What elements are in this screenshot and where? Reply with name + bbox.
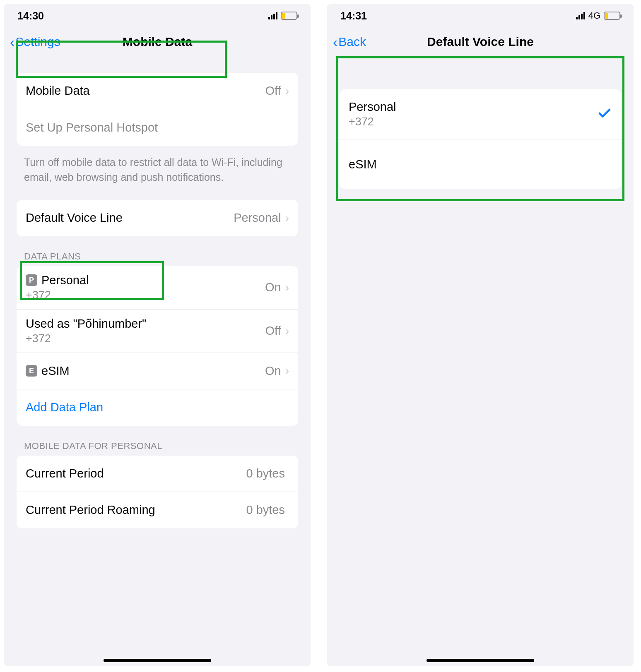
row-subtitle: +372 — [26, 289, 265, 302]
network-label: 4G — [588, 10, 600, 21]
row-personal-hotspot[interactable]: Set Up Personal Hotspot — [17, 109, 298, 146]
screenshot-default-voice-line: 14:31 4G ‹ Back Default Voice Line Perso… — [327, 4, 634, 666]
option-personal[interactable]: Personal +372 — [340, 89, 621, 139]
back-button[interactable]: ‹ Settings — [7, 33, 63, 50]
group-footer: Turn off mobile data to restrict all dat… — [4, 149, 311, 185]
chevron-right-icon: › — [285, 212, 289, 224]
option-label: Personal — [349, 100, 597, 114]
row-value: Personal — [234, 211, 281, 225]
row-plan-personal[interactable]: P Personal +372 On › — [17, 266, 298, 310]
group-default-voice-line: Default Voice Line Personal › — [17, 200, 298, 236]
group-voice-line-options: Personal +372 eSIM — [340, 89, 621, 189]
home-indicator — [427, 659, 534, 662]
back-label: Back — [338, 35, 366, 49]
row-current-period-roaming[interactable]: Current Period Roaming 0 bytes — [17, 492, 298, 528]
signal-icon — [576, 12, 585, 19]
option-esim[interactable]: eSIM — [340, 139, 621, 189]
option-subtitle: +372 — [349, 115, 597, 128]
row-label: Mobile Data — [26, 84, 265, 98]
row-label: eSIM — [41, 364, 70, 378]
status-time: 14:31 — [340, 10, 367, 22]
row-label: Add Data Plan — [26, 401, 289, 414]
row-subtitle: +372 — [26, 332, 265, 345]
home-indicator — [104, 659, 211, 662]
section-header-data-plans: DATA PLANS — [4, 251, 311, 266]
row-label: Default Voice Line — [26, 211, 234, 225]
status-bar: 14:31 4G — [327, 4, 634, 27]
chevron-right-icon: › — [285, 365, 289, 377]
back-label: Settings — [15, 35, 60, 49]
row-label: Set Up Personal Hotspot — [26, 121, 289, 134]
group-usage: Current Period 0 bytes Current Period Ro… — [17, 456, 298, 528]
status-bar: 14:30 — [4, 4, 311, 27]
battery-icon — [604, 12, 620, 20]
nav-bar: ‹ Back Default Voice Line — [327, 27, 634, 56]
row-label: Personal — [41, 274, 89, 287]
chevron-right-icon: › — [285, 85, 289, 97]
row-add-data-plan[interactable]: Add Data Plan — [17, 389, 298, 426]
chevron-left-icon: ‹ — [333, 35, 337, 49]
group-data-plans: P Personal +372 On › Used as "Põhinumber… — [17, 266, 298, 426]
option-label: eSIM — [349, 158, 612, 171]
sim-badge-icon: E — [26, 365, 37, 377]
row-value: On — [265, 281, 281, 294]
row-plan-esim[interactable]: E eSIM On › — [17, 353, 298, 389]
row-value: On — [265, 364, 281, 378]
group-mobile-data: Mobile Data Off › Set Up Personal Hotspo… — [17, 73, 298, 146]
row-plan-pohinumber[interactable]: Used as "Põhinumber" +372 Off › — [17, 310, 298, 353]
row-mobile-data[interactable]: Mobile Data Off › — [17, 73, 298, 109]
row-label: Used as "Põhinumber" — [26, 317, 265, 331]
row-default-voice-line[interactable]: Default Voice Line Personal › — [17, 200, 298, 236]
row-value: 0 bytes — [246, 467, 285, 480]
page-title: Default Voice Line — [327, 35, 634, 49]
row-value: 0 bytes — [246, 503, 285, 517]
sim-badge-icon: P — [26, 274, 37, 286]
row-value: Off — [265, 84, 281, 98]
row-current-period[interactable]: Current Period 0 bytes — [17, 456, 298, 492]
chevron-right-icon: › — [285, 325, 289, 337]
screenshot-mobile-data: 14:30 ‹ Settings Mobile Data Mobile Data… — [4, 4, 311, 666]
row-label: Current Period Roaming — [26, 503, 246, 517]
back-button[interactable]: ‹ Back — [330, 33, 369, 50]
checkmark-icon — [597, 106, 612, 122]
signal-icon — [268, 12, 277, 19]
chevron-right-icon: › — [285, 282, 289, 293]
chevron-left-icon: ‹ — [10, 35, 14, 49]
section-header-usage: MOBILE DATA FOR PERSONAL — [4, 441, 311, 456]
battery-icon — [281, 12, 297, 20]
nav-bar: ‹ Settings Mobile Data — [4, 27, 311, 56]
row-value: Off — [265, 324, 281, 338]
row-label: Current Period — [26, 467, 246, 480]
status-time: 14:30 — [17, 10, 44, 22]
